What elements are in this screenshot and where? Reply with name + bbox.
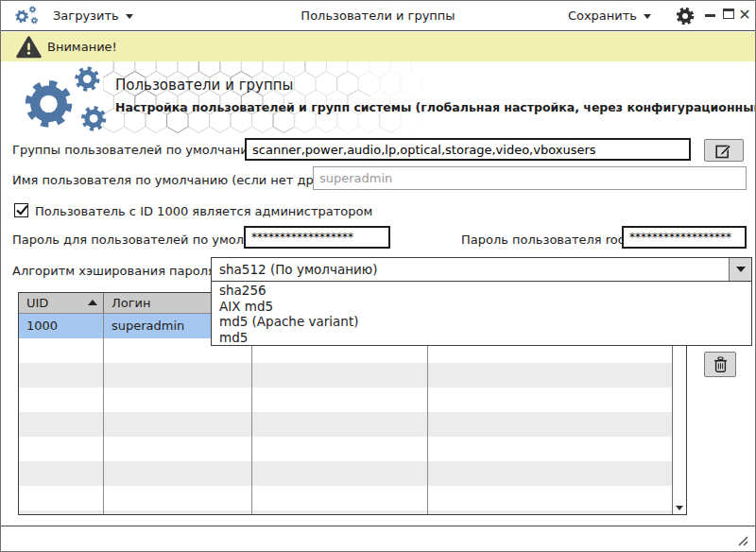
save-menu-label: Сохранить bbox=[568, 9, 637, 23]
warning-triangle-icon bbox=[16, 36, 42, 59]
column-header-uid-label: UID bbox=[26, 296, 48, 310]
table-row-empty bbox=[19, 388, 672, 412]
load-menu-button[interactable]: Загрузить bbox=[53, 1, 133, 31]
dropdown-option-md5-apache[interactable]: md5 (Apache variant) bbox=[212, 314, 751, 330]
hexagon-pattern-fade bbox=[103, 61, 447, 135]
sort-ascending-icon bbox=[88, 300, 97, 305]
edit-pencil-icon bbox=[715, 143, 732, 159]
hexagon-pattern-background bbox=[103, 61, 447, 135]
table-row-empty bbox=[19, 437, 672, 461]
default-username-label: Имя пользователя по умолчанию (если нет … bbox=[12, 173, 352, 187]
checkmark-icon bbox=[15, 203, 29, 217]
default-groups-label: Группы пользователей по умолчанию: bbox=[12, 143, 263, 157]
default-username-input[interactable] bbox=[313, 166, 747, 190]
page-subtitle: Настройка пользователей и групп системы … bbox=[115, 100, 756, 114]
default-groups-input[interactable] bbox=[245, 138, 691, 161]
combobox-dropdown-button[interactable] bbox=[729, 258, 751, 281]
root-password-input[interactable] bbox=[622, 226, 747, 249]
chevron-down-icon bbox=[676, 506, 683, 510]
table-row-partial bbox=[19, 510, 672, 514]
hash-algorithm-label: Алгоритм хэширования пароля: bbox=[12, 264, 219, 278]
hash-algorithm-combobox[interactable]: sha512 (По умолчанию) bbox=[211, 257, 752, 282]
page-title: Пользователи и группы bbox=[115, 77, 293, 94]
warning-banner: Внимание! bbox=[1, 32, 755, 61]
trash-icon bbox=[713, 356, 728, 373]
chevron-down-icon bbox=[644, 14, 651, 19]
table-row-empty bbox=[19, 412, 672, 437]
app-window: Загрузить Пользователи и группы Сохранит… bbox=[0, 0, 756, 552]
close-button[interactable]: ✕ bbox=[736, 1, 753, 31]
table-row-empty bbox=[19, 486, 672, 510]
dropdown-option-sha256[interactable]: sha256 bbox=[212, 283, 751, 299]
default-password-input[interactable] bbox=[244, 226, 390, 249]
load-menu-label: Загрузить bbox=[53, 9, 119, 23]
cell-uid: 1000 bbox=[19, 314, 104, 338]
warning-text: Внимание! bbox=[47, 32, 117, 61]
column-header-login-label: Логин bbox=[112, 296, 151, 310]
chevron-down-icon bbox=[126, 14, 133, 19]
root-password-label: Пароль пользователя root: bbox=[461, 233, 634, 247]
edit-groups-button[interactable] bbox=[704, 139, 744, 162]
save-menu-button[interactable]: Сохранить bbox=[568, 1, 651, 31]
dropdown-option-aix-md5[interactable]: AIX md5 bbox=[212, 299, 751, 315]
chevron-down-icon bbox=[736, 267, 746, 272]
column-header-uid[interactable]: UID bbox=[19, 293, 104, 313]
settings-gear-icon[interactable] bbox=[676, 7, 695, 26]
table-row-empty bbox=[19, 363, 672, 388]
maximize-button[interactable] bbox=[723, 9, 734, 19]
combobox-selected-value: sha512 (По умолчанию) bbox=[219, 258, 377, 281]
dropdown-option-md5[interactable]: md5 bbox=[212, 330, 751, 346]
minimize-button[interactable] bbox=[705, 14, 715, 17]
admin-checkbox[interactable] bbox=[14, 203, 28, 217]
hash-algorithm-dropdown-list: sha256 AIX md5 md5 (Apache variant) md5 bbox=[211, 282, 752, 346]
delete-user-button[interactable] bbox=[704, 352, 736, 377]
title-bar: Загрузить Пользователи и группы Сохранит… bbox=[1, 1, 755, 31]
table-row-empty bbox=[19, 461, 672, 486]
app-logo-gears bbox=[16, 66, 114, 132]
admin-checkbox-label: Пользователь с ID 1000 является админист… bbox=[35, 204, 372, 218]
status-bar bbox=[1, 526, 755, 552]
scrollbar-down-button[interactable] bbox=[673, 501, 686, 514]
resize-grip[interactable] bbox=[735, 533, 748, 546]
app-gears-icon bbox=[13, 6, 40, 26]
